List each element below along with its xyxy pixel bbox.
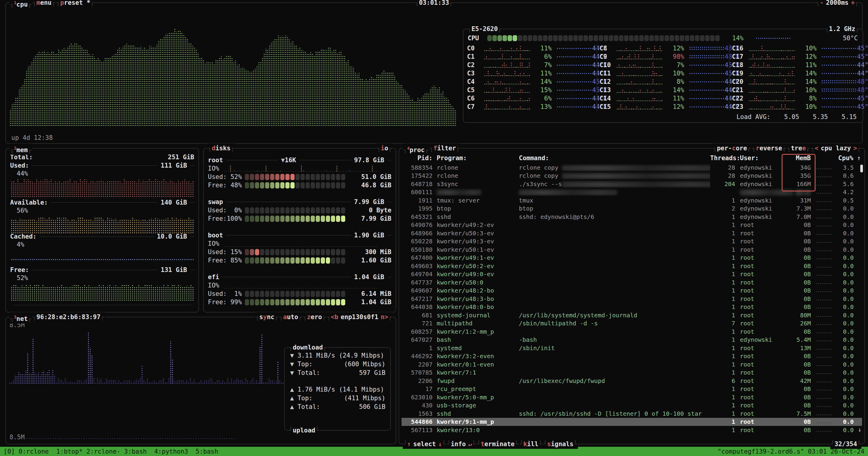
proc-mem-mini-graph [815, 340, 832, 342]
proc-row[interactable]: 1systemd/sbin/init1root13M0.0 [402, 344, 862, 352]
disk-free-row: Free: 48%46.8 GiB [208, 181, 392, 189]
proc-row[interactable]: 649704kworker/u49:0-ev1root0B0.0 [402, 270, 862, 279]
menu-button[interactable]: menu [32, 0, 56, 9]
proc-mem-mini-graph [815, 422, 832, 424]
network-panel-title[interactable]: 3net [9, 312, 32, 323]
kill-action[interactable]: kill [519, 439, 543, 449]
proc-row[interactable]: 681systemd-journal/usr/lib/systemd/syste… [402, 311, 862, 319]
net-zero-button[interactable]: zero [303, 312, 327, 322]
proc-row[interactable]: 2206fwupd/usr/libexec/fwupd/fwupd6root42… [402, 377, 862, 385]
refresh-minus-button[interactable]: - [820, 0, 824, 6]
signals-action[interactable]: signals [543, 439, 578, 449]
sort-prev-button[interactable]: < [815, 145, 818, 152]
scrollbar-thumb[interactable] [860, 165, 863, 172]
proc-row[interactable]: 1995btopbtop2edynowski7.3M0.0 [402, 205, 862, 213]
proc-row[interactable]: 1911tmux: servertmux1edynowski31M0.5 [402, 196, 862, 205]
proc-row[interactable]: 17rcu_preempt1root0B0.0 [402, 385, 862, 393]
proc-row[interactable]: 647400kworker/u49:1-ev1root0B0.0 [402, 254, 862, 262]
col-cpu[interactable]: Cpu% ↑ [837, 154, 862, 162]
proc-row[interactable]: 649076kworker/u49:2-ev1root0B0.0 [402, 221, 862, 229]
proc-row[interactable]: 6001114.2 [402, 188, 862, 197]
core-mini-graph [556, 89, 592, 91]
tree-toggle[interactable]: tree [786, 143, 810, 153]
proc-row[interactable]: 175422rclonerclone copy 28edynowski35G0.… [402, 172, 862, 180]
proc-row[interactable]: 650228kworker/u49:3-ev1root0B0.0 [402, 237, 862, 246]
proc-row[interactable]: 649603kworker/u50:2-ev1root0B0.0 [402, 262, 862, 270]
proc-mem-mini-graph [815, 258, 832, 260]
core-mini-graph [556, 56, 592, 58]
proc-row[interactable]: 649607kworker/u48:2-bo1root0B0.0 [402, 287, 862, 295]
core-mini-graph [689, 81, 725, 83]
net-io-panel: download upload ▼3.11 MiB/s (24.9 Mibps)… [284, 347, 391, 431]
sort-next-button[interactable]: > [854, 145, 857, 152]
proc-mem-mini-graph [815, 168, 832, 170]
disk-name-row: boot1.90 GiB [208, 231, 392, 239]
proc-row[interactable]: 2207kworker/0:1-even1root0B0.0 [402, 360, 862, 369]
download-arrow-icon: ▼ [290, 369, 294, 376]
core-row: C16%44°C [465, 53, 597, 61]
download-top-row: ▼Top:(600 Mibps) [290, 361, 385, 368]
preset-button[interactable]: preset * [56, 0, 95, 9]
col-threads[interactable]: Threads: [710, 154, 735, 162]
proc-row[interactable]: 430usb-storage1root0B0.0 [402, 401, 862, 410]
process-panel-title[interactable]: 4proc [403, 143, 429, 155]
proc-mem-mini-graph [815, 398, 832, 399]
core-usage-graph [616, 95, 668, 102]
usage-meter [487, 35, 720, 41]
proc-row[interactable]: 721multipathd/sbin/multipathd -d -s7root… [402, 319, 862, 328]
usage-meter [245, 257, 345, 264]
io-mode-button[interactable]: io [376, 143, 393, 153]
per-core-toggle[interactable]: per-core [713, 143, 751, 153]
select-action[interactable]: ↑select↓ [403, 439, 446, 449]
proc-row[interactable]: 567113kworker/13:01root0B0.0 [402, 426, 862, 434]
iface-next-button[interactable]: n> [381, 313, 388, 321]
refresh-plus-button[interactable]: + [851, 0, 855, 6]
cpu-model-label: E5-2620 [467, 24, 502, 34]
proc-row[interactable]: 544866kworker/9:1-mm_p1root0B0.0 [402, 418, 862, 426]
iface-prev-button[interactable]: <b [331, 313, 338, 321]
core-row: C2310%45°C [730, 103, 862, 111]
clock: 03:01:33 [415, 0, 453, 6]
disk-name-row: root▼16K97.8 GiB [208, 156, 392, 164]
proc-row[interactable]: 648966kworker/u50:3-ev1root0B0.0 [402, 229, 862, 237]
proc-row[interactable]: 446292kworker/3:2-even1root0B0.0 [402, 352, 862, 361]
disk-io-graph [223, 282, 392, 289]
tmux-window-list[interactable]: [0] 0:rclone 1:btop* 2:rclone- 3:bash 4:… [4, 448, 218, 455]
info-action[interactable]: info↵ [446, 439, 476, 449]
proc-row[interactable]: 648718s3sync./s3sync --s204edynowski166M… [402, 180, 862, 188]
col-user[interactable]: User: [735, 154, 782, 162]
proc-row[interactable]: 647027bash-bash1edynowski5.4M0.0 [402, 336, 862, 344]
mem-used-graph [11, 178, 194, 197]
proc-mem-mini-graph [815, 209, 832, 210]
proc-row[interactable]: 647737kworker/u50:01root0B0.0 [402, 278, 862, 287]
cpu-panel-title[interactable]: 1cpu [9, 0, 32, 9]
col-program[interactable]: Program: [433, 154, 517, 162]
proc-row[interactable]: 644038kworker/u48:0-bo1root0B0.0 [402, 303, 862, 311]
usage-meter [245, 207, 345, 213]
col-mem[interactable]: MemB [782, 154, 811, 162]
memory-panel-title[interactable]: 2mem [9, 143, 32, 155]
proc-mem-mini-graph [815, 233, 832, 235]
proc-row[interactable]: 588354rclonerclone copy 28edynowski34G3.… [402, 164, 862, 172]
filter-button[interactable]: filter [429, 143, 460, 155]
proc-row[interactable]: 650180kworker/u50:1-ev1root0B0.0 [402, 246, 862, 254]
mac-address: 96:28:e2:b6:83:97 [32, 312, 105, 323]
proc-row[interactable]: 623010kworker/5:0-mm_p1root0B0.0 [402, 393, 862, 401]
proc-row[interactable]: 645321sshdsshd: edynowski@pts/61edynowsk… [402, 212, 862, 221]
cpu-panel: 1cpu menu preset * 03:01:33 -2000ms+ up … [5, 2, 863, 144]
disks-panel-title[interactable]: disks [207, 143, 235, 153]
proc-row[interactable]: 647217kworker/u48:3-bo1root0B0.0 [402, 295, 862, 303]
net-sync-button[interactable]: sync [255, 312, 279, 322]
proc-row[interactable]: 570785kworker/7:11root0B0.0 [402, 369, 862, 377]
net-auto-button[interactable]: auto [279, 312, 303, 322]
col-pid[interactable]: Pid: [402, 154, 433, 162]
mem-percent: 52% [17, 274, 28, 282]
proc-row[interactable]: 608257kworker/1:2-mm_p1root0B0.0 [402, 327, 862, 336]
proc-row[interactable]: 1563sshdsshd: /usr/sbin/sshd -D [listene… [402, 409, 862, 418]
terminate-action[interactable]: terminate [476, 439, 519, 449]
reverse-toggle[interactable]: reverse [751, 143, 786, 153]
core-mini-graph [821, 48, 857, 50]
proc-mem-mini-graph [815, 332, 832, 334]
col-command[interactable]: Command: [517, 154, 710, 162]
disk-io-graph [223, 165, 392, 172]
